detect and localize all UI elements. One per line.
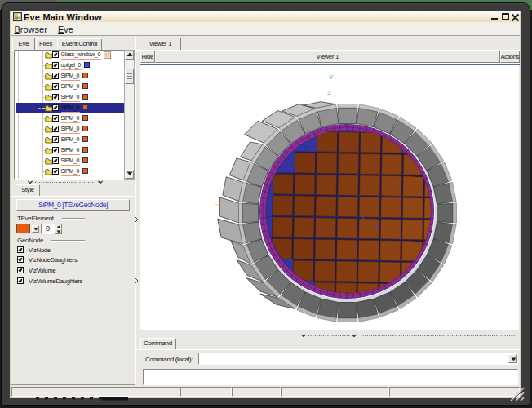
svg-text:3: 3 bbox=[361, 215, 365, 221]
svg-text:2: 2 bbox=[375, 223, 378, 228]
svg-text:Y: Y bbox=[329, 73, 334, 81]
svg-text:-3: -3 bbox=[215, 200, 222, 207]
svg-text:3: 3 bbox=[327, 89, 331, 96]
